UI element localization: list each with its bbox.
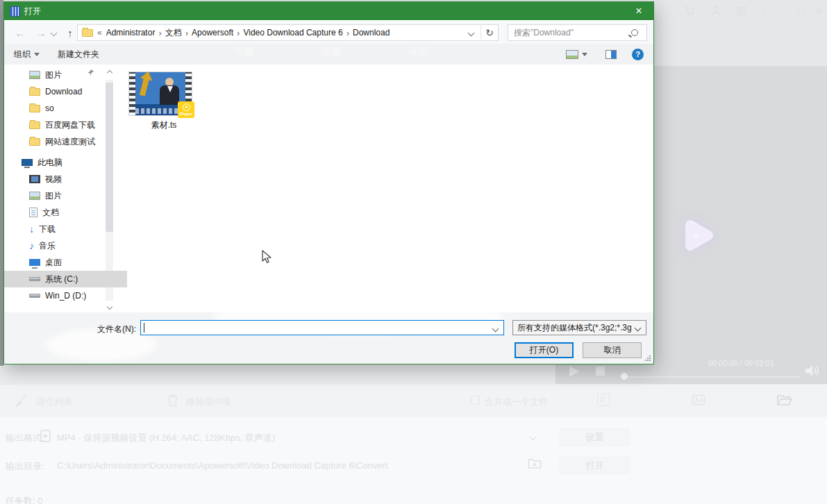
- address-dropdown-icon[interactable]: [468, 29, 475, 36]
- view-thumbnails-icon[interactable]: [566, 50, 578, 59]
- dialog-toolbar: 组织 新建文件夹 ?: [4, 44, 653, 65]
- clear-list-icon[interactable]: [12, 393, 29, 412]
- filmstrip-left: [129, 72, 135, 115]
- open-folder-icon[interactable]: [776, 392, 793, 410]
- output-format-label: 输出格式:: [6, 432, 44, 444]
- merge-label[interactable]: 合并成一个文件: [485, 396, 548, 408]
- player-seekbar[interactable]: [627, 376, 801, 378]
- apps-grid-icon[interactable]: [734, 4, 749, 18]
- sidebar-item-so[interactable]: so: [4, 100, 127, 117]
- filename-input[interactable]: [140, 320, 504, 335]
- recent-locations-icon[interactable]: [49, 26, 58, 40]
- sidebar-item-documents[interactable]: 文档: [4, 204, 127, 221]
- settings-button[interactable]: 设置: [559, 428, 630, 446]
- breadcrumb-item[interactable]: 文档: [165, 27, 182, 39]
- breadcrumb-item[interactable]: Apowersoft: [192, 28, 233, 37]
- output-area: 输出格式: MP4 - 保持源视频设置 (H.264; AAC, 128Kbps…: [0, 417, 827, 504]
- dialog-close-icon[interactable]: [624, 2, 653, 20]
- search-box[interactable]: [508, 24, 647, 41]
- sidebar-item-this-pc[interactable]: 此电脑: [4, 154, 119, 171]
- format-dropdown-icon[interactable]: [530, 434, 537, 441]
- search-input[interactable]: [508, 28, 631, 37]
- folder-icon: [82, 29, 93, 37]
- help-icon[interactable]: ?: [632, 49, 644, 60]
- dialog-app-icon: [10, 6, 20, 17]
- open-output-button[interactable]: 打开: [559, 456, 630, 475]
- cancel-button[interactable]: 取消: [583, 342, 642, 358]
- organize-dropdown-icon: [34, 53, 40, 56]
- volume-icon[interactable]: [803, 363, 820, 381]
- file-item-sucai-ts[interactable]: Player 素材.ts: [128, 72, 200, 132]
- remove-selected-icon[interactable]: [165, 392, 181, 412]
- menu-kebab-icon[interactable]: [757, 4, 769, 18]
- drive-icon: [29, 277, 40, 281]
- sidebar-item-pictures[interactable]: 图片: [4, 187, 127, 204]
- sidebar-item-downloads[interactable]: 下载: [4, 221, 127, 237]
- breadcrumb-item[interactable]: Download: [353, 28, 390, 37]
- sidebar-item-baidu[interactable]: 百度网盘下载: [4, 117, 127, 133]
- desktop-icon: [29, 259, 40, 266]
- dialog-titlebar[interactable]: 打开: [4, 2, 653, 20]
- play-overlay-button[interactable]: [672, 211, 721, 262]
- player-badge: Player: [178, 101, 194, 118]
- sidebar-item-download[interactable]: Download: [4, 83, 127, 100]
- up-icon[interactable]: [62, 26, 78, 40]
- refresh-icon[interactable]: [481, 27, 498, 38]
- video-file-icon: [40, 430, 51, 445]
- sidebar-item-music[interactable]: 音乐: [4, 237, 127, 254]
- view-dropdown-icon[interactable]: [582, 53, 587, 56]
- folder-icon: [29, 138, 40, 146]
- scroll-up-icon[interactable]: [106, 68, 113, 78]
- filetype-select[interactable]: 所有支持的媒体格式(*.3g2;*.3g: [512, 320, 646, 335]
- preview-pane-icon[interactable]: [605, 50, 617, 59]
- folder-icon: [29, 121, 40, 129]
- breadcrumb-separator-icon: [185, 28, 188, 38]
- sidebar-item-win-d[interactable]: Win_D (D:): [4, 287, 127, 304]
- breadcrumb[interactable]: « Administrator 文档 Apowersoft Video Down…: [77, 24, 499, 41]
- resize-grip[interactable]: [644, 355, 651, 362]
- filetype-dropdown-icon: [635, 324, 642, 331]
- pictures-icon: [29, 71, 40, 79]
- merge-checkbox[interactable]: [471, 396, 480, 405]
- file-name-label: 素材.ts: [128, 119, 200, 131]
- remove-selected-label[interactable]: 移除选中项: [186, 396, 231, 408]
- sidebar-item-speedtest[interactable]: 网站速度测试: [4, 133, 127, 150]
- player-badge-label: Player: [180, 112, 192, 116]
- sidebar-item-desktop[interactable]: 桌面: [4, 254, 127, 271]
- output-dir-label: 输出目录:: [6, 460, 44, 473]
- close-app-icon[interactable]: [811, 4, 826, 18]
- open-button[interactable]: 打开(O): [515, 342, 574, 358]
- user-icon[interactable]: [708, 4, 724, 18]
- player-stop-icon[interactable]: [596, 367, 605, 376]
- address-row: « Administrator 文档 Apowersoft Video Down…: [4, 22, 653, 44]
- filename-dropdown-icon[interactable]: [492, 326, 499, 333]
- forward-icon[interactable]: [33, 26, 49, 40]
- search-icon[interactable]: [631, 29, 638, 36]
- breadcrumb-item[interactable]: Video Download Capture 6: [243, 28, 342, 37]
- sidebar-item-videos[interactable]: 视频: [4, 171, 127, 187]
- snapshot-icon[interactable]: [692, 393, 705, 410]
- breadcrumb-item[interactable]: Administrator: [106, 28, 156, 37]
- breadcrumb-separator-icon: [158, 28, 161, 38]
- organize-button[interactable]: 组织: [14, 49, 31, 60]
- player-time: 00:00:00 / 00:02:01: [708, 359, 774, 367]
- drive-icon: [29, 294, 40, 298]
- minimize-icon[interactable]: [776, 4, 791, 18]
- list-toolbar: 清空列表 移除选中项 合并成一个文件: [0, 384, 827, 419]
- edit-icon[interactable]: [597, 394, 610, 406]
- sidebar-item-system-c[interactable]: 系统 (C:): [4, 271, 127, 287]
- new-folder-button[interactable]: 新建文件夹: [58, 49, 99, 60]
- dialog-title: 打开: [24, 6, 41, 17]
- change-folder-icon[interactable]: [528, 457, 542, 473]
- documents-icon: [29, 208, 37, 217]
- cart-icon[interactable]: [682, 4, 697, 18]
- breadcrumb-separator-icon: [237, 28, 240, 38]
- player-play-icon[interactable]: [569, 366, 579, 377]
- output-dir-value: C:\Users\Administrator\Documents\Apowers…: [57, 460, 388, 471]
- player-seek-handle[interactable]: [621, 373, 628, 380]
- clear-list-label[interactable]: 清空列表: [36, 396, 72, 408]
- back-icon[interactable]: [12, 26, 28, 40]
- output-format-value: MP4 - 保持源视频设置 (H.264; AAC, 128Kbps, 双声道): [57, 432, 275, 444]
- maximize-icon[interactable]: [794, 4, 809, 18]
- folder-icon: [29, 105, 40, 112]
